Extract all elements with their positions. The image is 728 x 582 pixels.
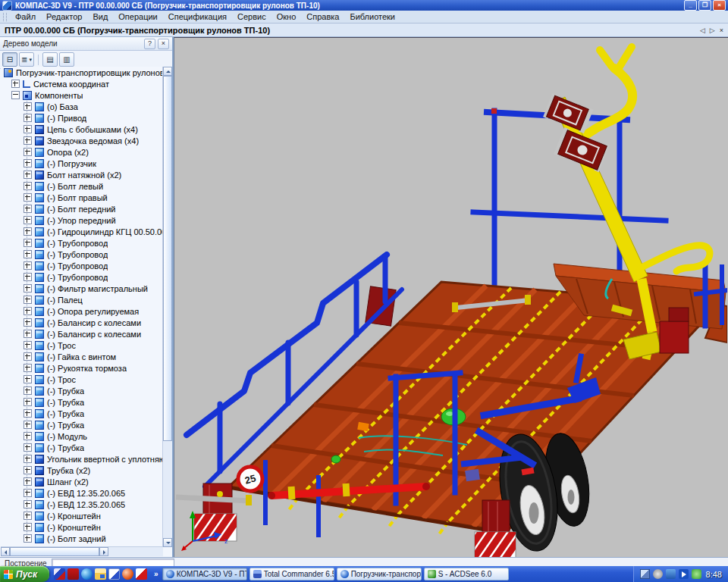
- expander-icon[interactable]: [24, 159, 32, 167]
- tree-item[interactable]: (-) Погрузчик: [1, 158, 162, 169]
- tree-item[interactable]: (-) ЕВД 12.35.20.065: [1, 487, 162, 499]
- menu-item[interactable]: Справка: [301, 11, 344, 22]
- expander-icon[interactable]: [24, 477, 32, 486]
- tree-item[interactable]: (-) Кронштейн: [1, 510, 162, 521]
- tree-item[interactable]: Болт натяжной (х2): [1, 169, 162, 180]
- tree-display-options-button[interactable]: ≣▾: [19, 52, 34, 67]
- tree-item[interactable]: (-) Гидроцилиндр КГЦ 00.50.000-10: [1, 226, 162, 237]
- tree-item[interactable]: (-) Трубопровод: [1, 260, 162, 271]
- help-icon[interactable]: ?: [144, 39, 155, 49]
- expander-icon[interactable]: [24, 455, 32, 463]
- expander-icon[interactable]: [24, 352, 32, 361]
- expander-icon[interactable]: [24, 318, 32, 327]
- expander-icon[interactable]: [24, 443, 32, 452]
- expander-icon[interactable]: [24, 489, 32, 497]
- scroll-right-icon[interactable]: [99, 547, 108, 556]
- doc-next-icon[interactable]: ▷: [710, 27, 715, 34]
- tree-item[interactable]: (-) Болт задний: [1, 533, 162, 544]
- tree-item[interactable]: (о) База: [1, 101, 162, 112]
- viewport-3d[interactable]: 25 z: [174, 37, 728, 557]
- restore-icon[interactable]: ❐: [698, 0, 711, 11]
- expander-icon[interactable]: [24, 216, 32, 224]
- expander-icon[interactable]: [24, 386, 32, 395]
- tree-item[interactable]: (-) Болт левый: [1, 180, 162, 192]
- doc-close-icon[interactable]: ×: [720, 27, 723, 34]
- expander-icon[interactable]: [24, 409, 32, 418]
- tree-item[interactable]: (-) Трос: [1, 374, 162, 385]
- expander-icon[interactable]: [24, 273, 32, 281]
- expander-icon[interactable]: [24, 341, 32, 349]
- close-icon[interactable]: ×: [713, 0, 726, 11]
- browser-icon[interactable]: [122, 568, 133, 580]
- messenger-icon[interactable]: [666, 569, 676, 579]
- speed-limit-sign[interactable]: 25: [238, 467, 262, 491]
- expander-icon[interactable]: [24, 364, 32, 372]
- expander-icon[interactable]: [24, 512, 32, 520]
- tree-item[interactable]: (-) Трос: [1, 340, 162, 351]
- menu-item[interactable]: Библиотеки: [344, 11, 400, 22]
- scrollbar-thumb[interactable]: [10, 547, 99, 556]
- expander-icon[interactable]: [24, 250, 32, 258]
- tree-item[interactable]: (-) Опора регулируемая: [1, 305, 162, 317]
- scheduler-icon[interactable]: [653, 569, 663, 579]
- acrobat-icon[interactable]: [136, 568, 147, 580]
- tree-item[interactable]: (-) Кронштейн: [1, 521, 162, 533]
- expander-icon[interactable]: [24, 148, 32, 156]
- menu-item[interactable]: Вид: [87, 11, 113, 22]
- taskbar-window-button[interactable]: S - ACDSee 6.0: [424, 568, 509, 580]
- tree-item-coordinate-system[interactable]: Система координат: [1, 78, 162, 89]
- tree-item[interactable]: Угольник ввертной с уплотняющей п: [1, 453, 162, 465]
- collapse-icon[interactable]: [11, 91, 20, 99]
- language-indicator-icon[interactable]: [679, 569, 689, 579]
- expander-icon[interactable]: [24, 421, 32, 429]
- expander-icon[interactable]: [24, 193, 32, 202]
- start-button[interactable]: Пуск: [0, 566, 49, 582]
- tree-item[interactable]: (-) Трубопровод: [1, 237, 162, 249]
- expander-icon[interactable]: [24, 296, 32, 304]
- tree-report-button[interactable]: ▤: [42, 52, 58, 67]
- quicklaunch-overflow-icon[interactable]: »: [152, 570, 161, 578]
- menu-item[interactable]: Редактор: [41, 11, 87, 22]
- expander-icon[interactable]: [24, 523, 32, 531]
- tree-item[interactable]: (-) Балансир с колесами: [1, 317, 162, 328]
- tree-item[interactable]: (-) Болт передний: [1, 203, 162, 214]
- expander-icon[interactable]: [24, 102, 32, 111]
- tree-composition-button[interactable]: ▥: [59, 52, 74, 67]
- scroll-left-icon[interactable]: [1, 547, 10, 556]
- tree-item[interactable]: (-) Фильтр магистральный: [1, 283, 162, 294]
- expander-icon[interactable]: [24, 284, 32, 293]
- tree-item[interactable]: (-) Балансир с колесами: [1, 328, 162, 340]
- menu-item[interactable]: Окно: [271, 11, 302, 22]
- taskbar-window-button[interactable]: Total Commander 6.50 - ...: [249, 568, 334, 580]
- tree-item[interactable]: Опора (х2): [1, 146, 162, 158]
- expander-icon[interactable]: [24, 239, 32, 247]
- expander-icon[interactable]: [24, 375, 32, 383]
- word-icon[interactable]: [108, 568, 120, 580]
- minimize-icon[interactable]: _: [684, 0, 697, 11]
- tree-item[interactable]: (-) Гайка с винтом: [1, 351, 162, 362]
- expander-icon[interactable]: [24, 432, 32, 440]
- tree-item[interactable]: Цепь с бобышками (х4): [1, 124, 162, 135]
- taskbar-clock[interactable]: 8:48: [706, 570, 722, 579]
- expander-icon[interactable]: [11, 80, 20, 88]
- doc-prev-icon[interactable]: ◁: [700, 27, 705, 34]
- tree-item[interactable]: Звездочка ведомая (х4): [1, 135, 162, 146]
- tree-horizontal-scrollbar[interactable]: [1, 546, 163, 556]
- expander-icon[interactable]: [24, 114, 32, 122]
- antivirus-icon[interactable]: [692, 569, 701, 579]
- kompas-quicklaunch-icon[interactable]: [54, 568, 65, 580]
- tree-item[interactable]: Трубка (х2): [1, 465, 162, 476]
- menu-item[interactable]: Спецификация: [163, 11, 232, 22]
- expander-icon[interactable]: [24, 330, 32, 338]
- tree-item[interactable]: (-) Модуль: [1, 430, 162, 442]
- tree-structure-button[interactable]: ⊟: [2, 52, 17, 67]
- internet-icon[interactable]: [81, 568, 93, 580]
- tree-item[interactable]: (-) Рукоятка тормоза: [1, 362, 162, 374]
- model-canvas[interactable]: 25 z: [174, 38, 727, 557]
- expander-icon[interactable]: [24, 205, 32, 213]
- expander-icon[interactable]: [24, 307, 32, 315]
- expander-icon[interactable]: [24, 136, 32, 145]
- tree-item[interactable]: (-) Палец: [1, 294, 162, 305]
- tree-item[interactable]: (-) Трубка: [1, 419, 162, 430]
- expander-icon[interactable]: [24, 534, 32, 543]
